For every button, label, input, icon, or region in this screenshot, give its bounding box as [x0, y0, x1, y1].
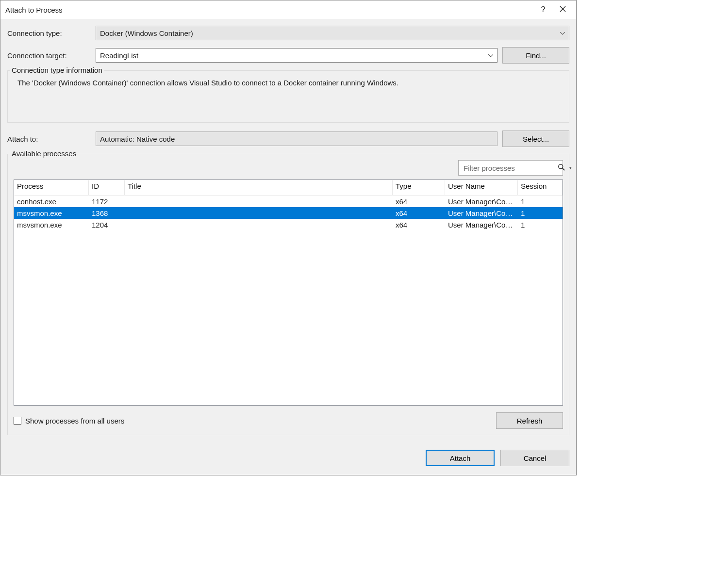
chevron-down-icon	[488, 52, 493, 59]
available-processes-group: Available processes ▾ Process ID Title T…	[7, 154, 569, 435]
table-cell: x64	[393, 219, 445, 231]
connection-type-label: Connection type:	[7, 29, 96, 37]
table-cell: 1368	[89, 207, 125, 219]
refresh-button[interactable]: Refresh	[496, 412, 563, 429]
table-cell: msvsmon.exe	[14, 219, 89, 231]
processes-footer: Show processes from all users Refresh	[14, 412, 563, 429]
table-header: Process ID Title Type User Name Session	[14, 180, 563, 196]
col-header-type[interactable]: Type	[393, 180, 445, 195]
table-cell: 1172	[89, 196, 125, 208]
table-cell: x64	[393, 207, 445, 219]
table-cell: User Manager\Contai...	[445, 207, 518, 219]
table-body: conhost.exe1172x64User Manager\Contai...…	[14, 196, 563, 405]
show-all-users-checkbox[interactable]: Show processes from all users	[14, 417, 124, 425]
col-header-session[interactable]: Session	[518, 180, 563, 195]
svg-line-3	[563, 168, 565, 170]
connection-info-group: Connection type information The 'Docker …	[7, 70, 569, 123]
dialog-footer: Attach Cancel	[7, 443, 569, 468]
processes-table: Process ID Title Type User Name Session …	[14, 180, 563, 406]
attach-button[interactable]: Attach	[426, 450, 495, 466]
attach-to-field: Automatic: Native code	[96, 131, 497, 146]
table-cell: conhost.exe	[14, 196, 89, 208]
attach-to-row: Attach to: Automatic: Native code Select…	[7, 131, 569, 147]
table-cell: 1	[518, 196, 563, 208]
table-cell	[125, 199, 393, 203]
connection-type-select[interactable]: Docker (Windows Container)	[96, 26, 569, 40]
table-row[interactable]: msvsmon.exe1204x64User Manager\Contai...…	[14, 219, 563, 230]
table-cell: x64	[393, 196, 445, 208]
show-all-users-label: Show processes from all users	[25, 417, 124, 425]
connection-type-row: Connection type: Docker (Windows Contain…	[7, 26, 569, 40]
table-cell: 1	[518, 219, 563, 231]
filter-processes-box[interactable]: ▾	[458, 160, 563, 176]
connection-target-row: Connection target: ReadingList Find...	[7, 47, 569, 64]
search-icon	[558, 163, 566, 173]
attach-to-label: Attach to:	[7, 135, 96, 143]
dialog-body: Connection type: Docker (Windows Contain…	[0, 19, 576, 475]
table-cell	[125, 211, 393, 215]
col-header-user[interactable]: User Name	[445, 180, 518, 195]
connection-target-combo[interactable]: ReadingList	[96, 48, 497, 63]
filter-processes-input[interactable]	[464, 164, 556, 172]
col-header-id[interactable]: ID	[89, 180, 125, 195]
checkbox-icon	[14, 417, 21, 425]
connection-target-value: ReadingList	[100, 51, 138, 60]
table-row[interactable]: conhost.exe1172x64User Manager\Contai...…	[14, 196, 563, 207]
connection-target-label: Connection target:	[7, 51, 96, 60]
col-header-title[interactable]: Title	[125, 180, 393, 195]
find-button[interactable]: Find...	[502, 47, 569, 64]
table-cell: User Manager\Contai...	[445, 219, 518, 231]
col-header-process[interactable]: Process	[14, 180, 89, 195]
available-processes-label: Available processes	[10, 149, 78, 158]
chevron-down-icon[interactable]: ▾	[569, 165, 572, 170]
cancel-button[interactable]: Cancel	[500, 450, 569, 466]
window-title: Attach to Process	[5, 6, 533, 14]
help-button[interactable]: ?	[533, 2, 553, 17]
svg-point-2	[559, 164, 563, 168]
table-cell: 1	[518, 207, 563, 219]
connection-type-value: Docker (Windows Container)	[100, 29, 193, 37]
filter-row: ▾	[14, 160, 563, 176]
table-row[interactable]: msvsmon.exe1368x64User Manager\Contai...…	[14, 207, 563, 219]
table-cell: 1204	[89, 219, 125, 231]
table-cell: User Manager\Contai...	[445, 196, 518, 208]
close-button[interactable]	[553, 2, 572, 17]
connection-info-group-label: Connection type information	[10, 66, 104, 74]
title-bar: Attach to Process ?	[0, 0, 576, 19]
attach-to-value: Automatic: Native code	[100, 135, 175, 143]
help-icon: ?	[541, 5, 546, 14]
table-cell: msvsmon.exe	[14, 207, 89, 219]
table-cell	[125, 223, 393, 227]
connection-info-text: The 'Docker (Windows Container)' connect…	[15, 79, 562, 87]
close-icon	[560, 5, 566, 14]
chevron-down-icon	[560, 30, 565, 36]
select-button[interactable]: Select...	[502, 131, 569, 147]
